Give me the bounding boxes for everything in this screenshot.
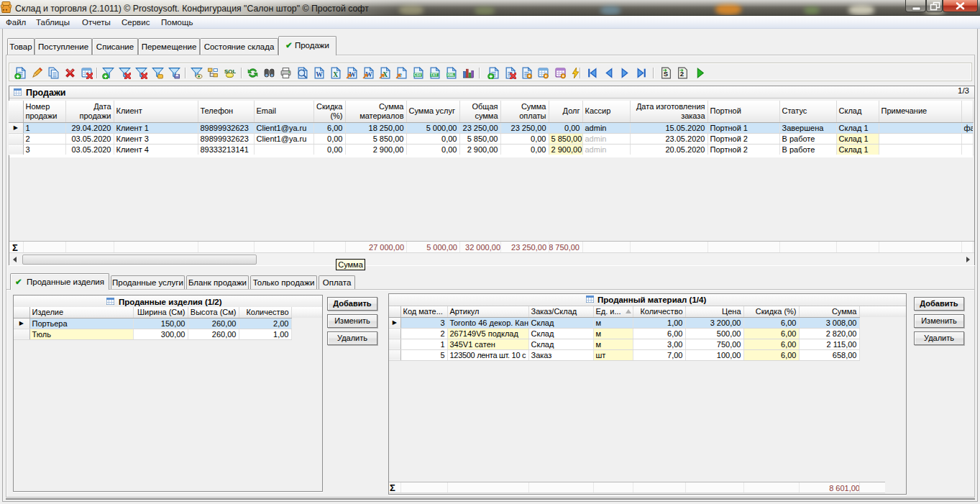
svg-text:W: W — [316, 70, 323, 78]
svg-text:XML: XML — [447, 73, 454, 77]
svg-text:CSV: CSV — [414, 73, 422, 77]
svg-text:X: X — [333, 70, 338, 78]
svg-text:TXT: TXT — [431, 73, 437, 77]
